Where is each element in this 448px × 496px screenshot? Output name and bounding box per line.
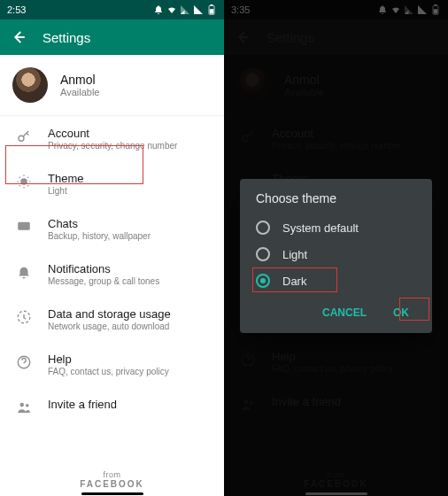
page-title: Settings: [42, 30, 90, 45]
nav-bar: [0, 492, 224, 496]
status-time: 2:53: [7, 4, 26, 15]
settings-item-theme[interactable]: Theme Light: [0, 161, 224, 206]
settings-item-data[interactable]: Data and storage usage Network usage, au…: [0, 297, 224, 342]
svg-rect-2: [210, 9, 214, 13]
settings-item-notifications[interactable]: Notifications Message, group & call tone…: [0, 252, 224, 297]
signal-icon: [180, 4, 190, 15]
data-icon: [16, 309, 32, 325]
bell-icon: [16, 264, 32, 280]
theme-option-dark[interactable]: Dark: [256, 267, 416, 294]
theme-icon: [16, 174, 32, 190]
theme-dialog: Choose theme System default Light Dark C…: [240, 179, 432, 333]
bell-off-icon: [153, 4, 164, 15]
settings-item-invite[interactable]: Invite a friend: [0, 387, 224, 426]
svg-rect-1: [211, 4, 213, 6]
theme-option-light[interactable]: Light: [256, 241, 416, 267]
status-icons: [153, 4, 217, 15]
svg-point-3: [19, 136, 24, 141]
key-icon: [16, 128, 32, 144]
svg-rect-5: [18, 222, 30, 230]
cancel-button[interactable]: CANCEL: [315, 301, 374, 324]
status-bar: 2:53: [0, 0, 224, 19]
theme-option-system[interactable]: System default: [256, 214, 416, 241]
profile-row[interactable]: Anmol Available: [0, 55, 224, 116]
settings-item-chats[interactable]: Chats Backup, history, wallpaper: [0, 206, 224, 252]
app-bar: Settings: [0, 19, 224, 55]
profile-status: Available: [60, 87, 99, 97]
back-icon[interactable]: [11, 29, 27, 45]
settings-screen-light: 2:53 Settings Anmol Available Account Pr…: [0, 0, 224, 496]
settings-screen-dark: 3:35 Settings Anmol Available Account: [224, 0, 448, 496]
chat-icon: [16, 219, 32, 235]
dialog-title: Choose theme: [256, 191, 416, 205]
svg-point-9: [26, 404, 29, 407]
battery-icon: [206, 4, 217, 15]
settings-item-help[interactable]: Help FAQ, contact us, privacy policy: [0, 342, 224, 387]
radio-icon: [256, 247, 270, 261]
footer: from FACEBOOK: [0, 470, 224, 489]
radio-icon: [256, 221, 270, 235]
wifi-icon: [166, 4, 177, 15]
profile-name: Anmol: [60, 73, 99, 87]
help-icon: [16, 354, 32, 370]
radio-icon-selected: [256, 274, 270, 288]
settings-item-account[interactable]: Account Privacy, security, change number: [0, 116, 224, 161]
people-icon: [16, 399, 32, 415]
ok-button[interactable]: OK: [386, 301, 416, 324]
svg-point-8: [20, 403, 25, 407]
svg-point-4: [20, 178, 27, 185]
nav-bar: [224, 492, 448, 496]
signal-icon-2: [193, 4, 204, 15]
avatar: [12, 67, 48, 103]
